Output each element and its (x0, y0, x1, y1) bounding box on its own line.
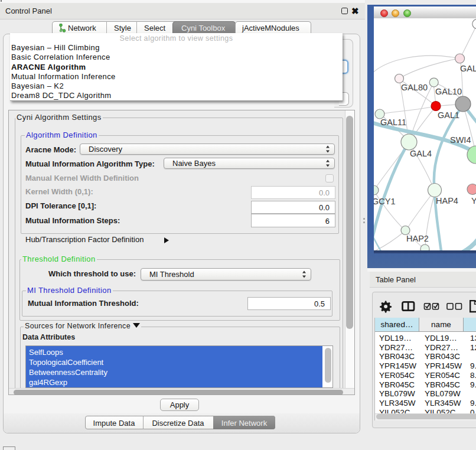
svg-text:SWI4: SWI4 (450, 135, 471, 145)
svg-text:GAL80: GAL80 (401, 83, 428, 92)
svg-text:GAL7: GAL7 (460, 64, 476, 73)
svg-text:HAP2: HAP2 (406, 234, 429, 243)
svg-text:GAL1: GAL1 (438, 110, 459, 120)
svg-text:Y: Y (471, 196, 476, 206)
svg-text:GCY1: GCY1 (374, 197, 396, 206)
svg-text:GAL4: GAL4 (410, 149, 432, 158)
svg-text:GAL10: GAL10 (435, 87, 462, 96)
svg-text:GAL11: GAL11 (380, 118, 406, 127)
svg-text:HAP4: HAP4 (436, 196, 458, 206)
